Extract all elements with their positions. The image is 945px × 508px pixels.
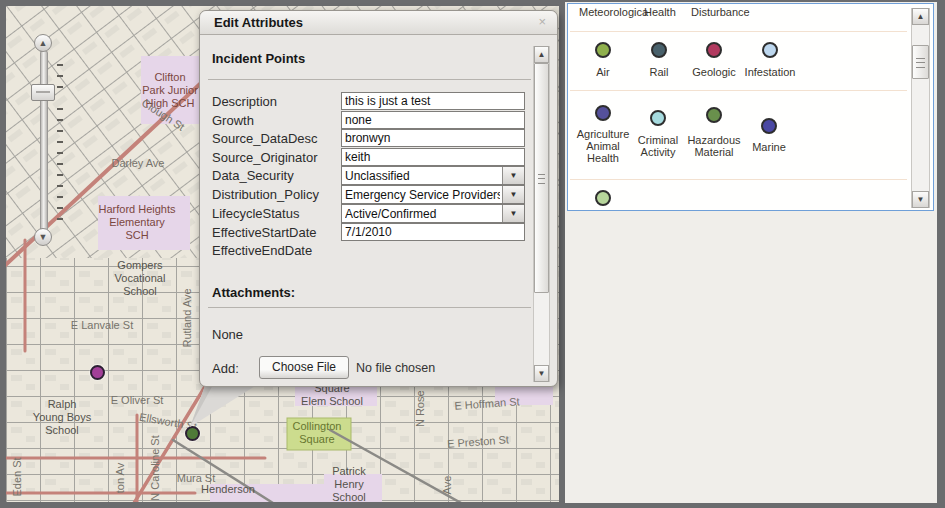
add-label: Add: [212,361,239,376]
zoom-slider-thumb[interactable] [31,84,55,101]
chevron-down-icon[interactable]: ▼ [502,167,524,184]
edit-attributes-dialog: Edit Attributes × Incident Points Descri… [199,10,558,387]
legend-symbol-agriculture-animal-health[interactable] [595,105,611,121]
map-zoom-slider: ▲ ▼ [30,34,66,246]
data-security-select[interactable]: Unclassified ▼ [341,166,525,185]
scroll-down-arrow[interactable]: ▼ [534,365,549,382]
app-window: { "map": { "labels": [ {"text": "Clifton… [0,0,945,508]
chevron-down-icon[interactable]: ▼ [502,205,524,222]
legend-label: Infestation [745,66,796,78]
zoom-tick [57,119,63,121]
zoom-slider-track[interactable] [40,50,48,232]
legend-divider [570,179,907,180]
file-status: No file chosen [356,361,435,375]
zoom-tick [57,196,63,198]
legend-category: Health [644,6,676,18]
legend-category: Meteorologica [579,6,648,18]
source-datadesc-input[interactable] [341,129,525,147]
distribution-policy-select[interactable]: Emergency Service Providers ▼ [341,185,525,204]
symbol-legend-panel: Meteorologica Health Disturbance Air Rai… [567,3,934,211]
legend-symbol-hazardous-material[interactable] [706,107,722,123]
field-label: LifecycleStatus [212,206,299,221]
zoom-out-button[interactable]: ▼ [34,228,52,246]
dialog-body: Incident Points Description Growth Sourc… [200,35,557,386]
legend-label: Air [596,66,609,78]
scroll-up-arrow[interactable]: ▲ [912,8,929,25]
zoom-tick [57,218,63,220]
dialog-titlebar[interactable]: Edit Attributes × [200,11,557,35]
close-icon[interactable]: × [538,14,546,29]
legend-category: Disturbance [691,6,750,18]
legend-divider [570,31,907,32]
field-label: Description [212,94,277,109]
zoom-tick [57,185,63,187]
scrollbar-grip [916,58,925,68]
field-label: Source_DataDesc [212,131,318,146]
zoom-tick [57,108,63,110]
zoom-tick [57,130,63,132]
legend-scrollbar-thumb[interactable] [912,45,929,79]
field-label: EffectiveEndDate [212,243,312,258]
legend-label: Agriculture Animal Health [577,128,630,164]
legend-symbol-geologic[interactable] [706,42,722,58]
field-label: Source_Originator [212,150,318,165]
attachments-none: None [212,327,243,342]
legend-symbol-partial[interactable] [595,190,611,206]
legend-label: Marine [752,141,786,153]
chevron-down-icon[interactable]: ▼ [502,186,524,203]
field-label: Distribution_Policy [212,187,319,202]
divider [208,79,531,80]
zoom-tick [57,141,63,143]
scrollbar-grip [538,174,545,184]
zoom-tick [57,152,63,154]
legend-symbol-rail[interactable] [651,42,667,58]
zoom-tick [57,64,63,66]
field-label: Data_Security [212,168,294,183]
zoom-tick [57,174,63,176]
zoom-tick [57,207,63,209]
legend-label: Geologic [692,66,735,78]
legend-scrollbar[interactable]: ▲ ▼ [911,8,930,208]
legend-divider [570,90,907,91]
incident-point-green[interactable] [185,426,200,441]
legend-label: Criminal Activity [638,134,678,158]
zoom-tick [57,163,63,165]
legend-label: Rail [650,66,669,78]
dialog-scrollbar[interactable]: ▲ ▼ [533,46,550,382]
lifecycle-status-select[interactable]: Active/Confirmed ▼ [341,204,525,223]
description-input[interactable] [341,92,525,110]
legend-symbol-criminal-activity[interactable] [650,110,666,126]
divider [208,307,531,308]
legend-symbol-infestation[interactable] [762,42,778,58]
zoom-tick [57,75,63,77]
zoom-tick [57,86,63,88]
choose-file-button[interactable]: Choose File [259,356,349,379]
legend-symbol-marine[interactable] [761,118,777,134]
select-value: Active/Confirmed [345,207,500,221]
dialog-title: Edit Attributes [214,15,303,30]
select-value: Emergency Service Providers [345,188,500,202]
field-label: EffectiveStartDate [212,225,317,240]
incident-point-purple[interactable] [90,365,105,380]
legend-label: Hazardous Material [687,134,740,158]
source-originator-input[interactable] [341,148,525,166]
dialog-scrollbar-thumb[interactable] [534,63,549,293]
field-label: Growth [212,113,254,128]
attachments-heading: Attachments: [212,285,295,300]
select-value: Unclassified [345,169,500,183]
scroll-down-arrow[interactable]: ▼ [912,191,929,208]
effective-startdate-input[interactable] [341,223,525,241]
legend-symbol-air[interactable] [595,42,611,58]
layer-title: Incident Points [212,51,305,66]
growth-input[interactable] [341,111,525,129]
scroll-up-arrow[interactable]: ▲ [534,46,549,63]
zoom-in-button[interactable]: ▲ [34,34,52,52]
